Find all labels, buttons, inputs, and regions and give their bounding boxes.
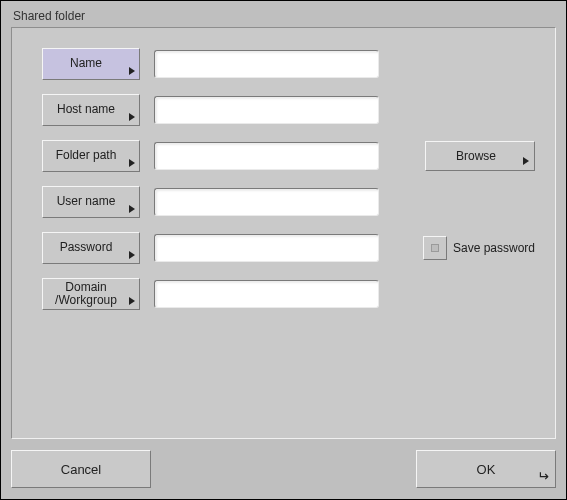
- triangle-right-icon: [129, 297, 135, 305]
- row-host-name: Host name: [42, 94, 535, 126]
- domain-label: Domain /Workgroup: [55, 281, 117, 307]
- user-name-label: User name: [57, 195, 116, 208]
- cancel-button[interactable]: Cancel: [11, 450, 151, 488]
- password-label: Password: [60, 241, 113, 254]
- triangle-right-icon: [129, 251, 135, 259]
- row-domain: Domain /Workgroup: [42, 278, 535, 310]
- browse-button[interactable]: Browse: [425, 141, 535, 171]
- name-label-button[interactable]: Name: [42, 48, 140, 80]
- save-password-label: Save password: [453, 241, 535, 255]
- password-input[interactable]: [154, 234, 379, 262]
- triangle-right-icon: [523, 157, 529, 165]
- host-name-label: Host name: [57, 103, 115, 116]
- user-name-label-button[interactable]: User name: [42, 186, 140, 218]
- name-input[interactable]: [154, 50, 379, 78]
- domain-input[interactable]: [154, 280, 379, 308]
- row-password: Password Save password: [42, 232, 535, 264]
- triangle-right-icon: [129, 205, 135, 213]
- triangle-right-icon: [129, 67, 135, 75]
- ok-label: OK: [477, 462, 496, 477]
- row-folder-path: Folder path Browse: [42, 140, 535, 172]
- host-name-input[interactable]: [154, 96, 379, 124]
- folder-path-input[interactable]: [154, 142, 379, 170]
- form-panel: Name Host name Folder path Browse: [11, 27, 556, 439]
- password-label-button[interactable]: Password: [42, 232, 140, 264]
- triangle-right-icon: [129, 113, 135, 121]
- user-name-input[interactable]: [154, 188, 379, 216]
- triangle-right-icon: [129, 159, 135, 167]
- enter-key-icon: ↵: [537, 469, 549, 483]
- row-name: Name: [42, 48, 535, 80]
- row-user-name: User name: [42, 186, 535, 218]
- save-password-wrap: Save password: [423, 236, 535, 260]
- host-name-label-button[interactable]: Host name: [42, 94, 140, 126]
- cancel-label: Cancel: [61, 462, 101, 477]
- shared-folder-window: Shared folder Name Host name Folder path: [0, 0, 567, 500]
- window-title: Shared folder: [13, 9, 85, 23]
- ok-button[interactable]: OK ↵: [416, 450, 556, 488]
- domain-label-button[interactable]: Domain /Workgroup: [42, 278, 140, 310]
- folder-path-label-button[interactable]: Folder path: [42, 140, 140, 172]
- save-password-checkbox[interactable]: [423, 236, 447, 260]
- checkbox-box-icon: [431, 244, 439, 252]
- folder-path-label: Folder path: [56, 149, 117, 162]
- footer: Cancel OK ↵: [11, 449, 556, 489]
- browse-label: Browse: [456, 149, 496, 163]
- name-label: Name: [70, 57, 102, 70]
